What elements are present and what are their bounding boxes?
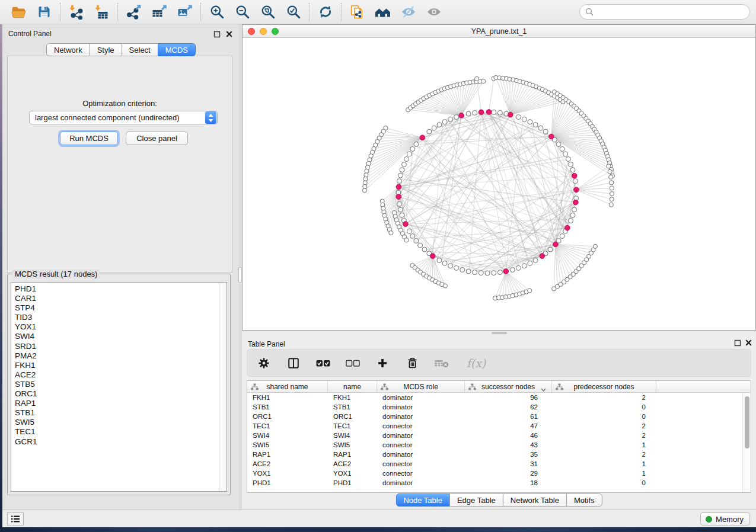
tab-network-table[interactable]: Network Table — [503, 493, 567, 507]
tab-motifs[interactable]: Motifs — [566, 493, 602, 507]
save-icon — [37, 5, 52, 19]
list-item[interactable]: GCR1 — [11, 437, 227, 447]
list-item[interactable]: RAP1 — [11, 399, 227, 408]
list-item[interactable]: SRD1 — [11, 342, 227, 351]
close-panel-button[interactable] — [225, 30, 233, 38]
table-row[interactable]: FKH1FKH1dominator962 — [247, 393, 751, 402]
table-settings-button[interactable] — [256, 355, 272, 371]
close-mcds-panel-button[interactable]: Close panel — [126, 132, 188, 145]
zoom-in-button[interactable] — [204, 2, 229, 22]
run-mcds-button[interactable]: Run MCDS — [60, 132, 118, 145]
horizontal-splitter[interactable] — [242, 331, 756, 335]
float-panel-button[interactable] — [213, 30, 221, 38]
mcds-node — [565, 225, 570, 230]
graph-node — [538, 126, 543, 130]
show-columns-button[interactable] — [285, 355, 302, 371]
table-scrollbar[interactable] — [742, 393, 751, 492]
column-header-mcds-role[interactable]: MCDS role — [377, 381, 465, 392]
export-table-button[interactable] — [146, 2, 172, 22]
scrollbar-thumb[interactable] — [745, 396, 749, 448]
search-input[interactable] — [597, 7, 744, 17]
first-neighbors-button[interactable] — [370, 2, 395, 22]
import-table-icon — [94, 4, 110, 20]
table-row[interactable]: ACE2ACE2connector311 — [247, 459, 751, 469]
mcds-node — [574, 187, 579, 193]
table-row[interactable]: RAP1RAP1dominator352 — [247, 450, 751, 459]
list-item[interactable]: STB5 — [11, 380, 227, 389]
sort-chevron-icon[interactable] — [541, 385, 546, 393]
zoom-selected-button[interactable] — [280, 2, 306, 22]
table-cell: 47 — [465, 421, 552, 431]
graph-node — [522, 264, 527, 268]
criterion-dropdown[interactable]: largest connected component (undirected) — [29, 111, 218, 124]
list-item[interactable]: TEC1 — [11, 427, 227, 437]
mcds-result-list[interactable]: PHD1CAR1STP4TID3YOX1SWI4SRD1PMA2FKH1ACE2… — [11, 282, 227, 492]
tab-select[interactable]: Select — [122, 43, 158, 56]
list-item[interactable]: SWI5 — [11, 418, 227, 427]
refresh-view-button[interactable] — [312, 2, 338, 22]
table-cell: 2 — [552, 450, 656, 459]
tab-edge-table[interactable]: Edge Table — [449, 493, 503, 507]
show-all-button[interactable] — [421, 2, 446, 22]
tab-node-table[interactable]: Node Table — [395, 493, 450, 507]
checked-boxes-icon — [315, 357, 331, 370]
hide-selected-button[interactable] — [395, 2, 421, 22]
list-item[interactable]: STB1 — [11, 408, 227, 418]
tab-network[interactable]: Network — [46, 43, 90, 56]
splitter-handle[interactable] — [492, 332, 507, 334]
table-row[interactable]: ORC1ORC1dominator610 — [247, 412, 751, 421]
zoom-fit-button[interactable] — [255, 2, 280, 22]
column-header-name[interactable]: name — [328, 381, 377, 392]
memory-button[interactable]: Memory — [700, 512, 750, 525]
list-item[interactable]: ACE2 — [11, 370, 227, 380]
task-history-button[interactable] — [7, 512, 24, 525]
function-builder-button[interactable]: f(x) — [463, 355, 489, 371]
graph-node — [398, 207, 403, 212]
export-network-button[interactable] — [121, 2, 146, 22]
list-item[interactable]: TID3 — [11, 313, 227, 322]
graph-node — [497, 110, 502, 115]
list-item[interactable]: CAR1 — [11, 294, 227, 303]
list-item[interactable]: STP4 — [11, 303, 227, 313]
float-window-icon — [734, 339, 741, 347]
import-table-button[interactable] — [89, 2, 114, 22]
tab-style[interactable]: Style — [90, 43, 122, 56]
table-row[interactable]: SWI5SWI5connector431 — [247, 440, 751, 450]
table-row[interactable]: SWI4SWI4dominator462 — [247, 431, 751, 440]
table-row[interactable]: PHD1PHD1dominator180 — [247, 478, 751, 488]
tab-mcds[interactable]: MCDS — [158, 43, 196, 56]
open-file-button[interactable] — [6, 2, 31, 22]
clone-network-button[interactable] — [344, 2, 370, 22]
select-all-rows-button[interactable] — [315, 355, 331, 371]
list-scrollbar[interactable] — [219, 283, 227, 491]
export-image-button[interactable] — [172, 2, 197, 22]
graph-node — [364, 173, 368, 177]
graph-node — [566, 157, 570, 162]
graph-node — [533, 123, 538, 127]
table-cell: 0 — [552, 478, 656, 488]
column-type-icon — [381, 383, 388, 392]
delete-table-button[interactable] — [433, 355, 450, 371]
column-header-shared-name[interactable]: shared name — [247, 381, 328, 392]
create-column-button[interactable] — [374, 355, 391, 371]
list-item[interactable]: PMA2 — [11, 351, 227, 361]
close-table-panel-button[interactable] — [745, 339, 752, 347]
list-item[interactable]: PHD1 — [11, 284, 227, 294]
column-header-successor-nodes[interactable]: successor nodes — [465, 381, 552, 392]
column-header-predecessor-nodes[interactable]: predecessor nodes — [552, 381, 656, 392]
list-item[interactable]: SWI4 — [11, 332, 227, 341]
zoom-out-button[interactable] — [229, 2, 255, 22]
table-row[interactable]: TEC1TEC1connector472 — [247, 421, 751, 431]
list-item[interactable]: ORC1 — [11, 389, 227, 399]
deselect-all-rows-button[interactable] — [344, 355, 361, 371]
delete-column-button[interactable] — [404, 355, 420, 371]
float-table-panel-button[interactable] — [733, 339, 741, 347]
graph-node — [610, 181, 614, 185]
list-item[interactable]: FKH1 — [11, 361, 227, 370]
list-item[interactable]: YOX1 — [11, 322, 227, 332]
save-session-button[interactable] — [31, 2, 57, 22]
table-row[interactable]: YOX1YOX1connector291 — [247, 469, 751, 478]
network-graph[interactable] — [243, 38, 755, 330]
table-row[interactable]: STB1STB1dominator620 — [247, 402, 751, 412]
import-network-button[interactable] — [63, 2, 89, 22]
